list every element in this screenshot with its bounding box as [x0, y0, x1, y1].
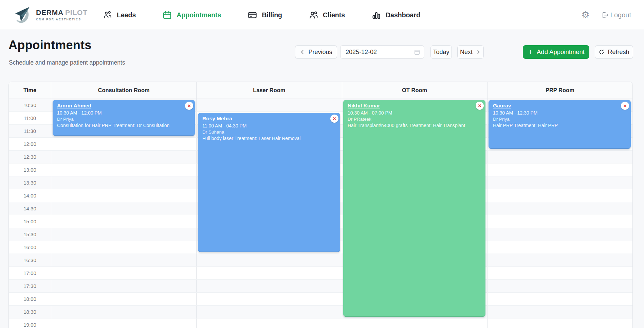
time-slot-cell[interactable] — [487, 293, 632, 305]
date-input[interactable] — [340, 45, 424, 59]
time-slot-cell[interactable] — [487, 189, 632, 202]
appointment-treatment: Full body laser Treatment: Laser Hair Re… — [202, 136, 336, 141]
nav-item-appointments[interactable]: Appointments — [162, 10, 221, 20]
time-label: 15:00 — [9, 215, 51, 228]
appointment-treatment: Consultation for Hair PRP Treatment: Dr … — [57, 123, 191, 128]
time-slot-cell[interactable] — [487, 151, 632, 163]
users-icon — [309, 10, 318, 20]
time-slot-cell[interactable] — [487, 318, 632, 328]
appointment-time-range: 10:30 AM - 12:00 PM — [57, 110, 191, 116]
appointment-card[interactable]: Gaurav10:30 AM - 12:30 PMDr PriyaHair PR… — [489, 100, 631, 149]
refresh-button[interactable]: Refresh — [595, 45, 633, 59]
time-slot-cell[interactable] — [51, 293, 197, 305]
time-slot-cell[interactable] — [51, 267, 197, 279]
time-slot-cell[interactable] — [197, 99, 342, 111]
nav-item-label: Leads — [117, 11, 136, 19]
time-row: 19:00 — [9, 318, 632, 328]
time-slot-cell[interactable] — [487, 267, 632, 279]
bar-chart-icon — [371, 10, 381, 20]
time-slot-cell[interactable] — [51, 215, 197, 228]
appointment-time-range: 11:00 AM - 04:30 PM — [202, 123, 336, 128]
nav-item-clients[interactable]: Clients — [309, 10, 345, 20]
time-label: 15:30 — [9, 228, 51, 241]
appointment-time-range: 10:30 AM - 12:30 PM — [493, 110, 627, 116]
time-slot-cell[interactable] — [51, 318, 197, 328]
previous-label: Previous — [308, 49, 332, 56]
today-button[interactable]: Today — [430, 45, 452, 59]
time-label: 16:00 — [9, 241, 51, 254]
time-label: 17:00 — [9, 267, 51, 279]
appointment-treatment: Hair PRP Treatment: Hair PRP — [493, 123, 627, 128]
time-slot-cell[interactable] — [51, 280, 197, 292]
time-slot-cell[interactable] — [51, 138, 197, 150]
appointment-doctor: Dr Suhana — [202, 130, 336, 135]
nav-item-leads[interactable]: Leads — [103, 10, 136, 20]
time-label: 10:30 — [9, 99, 51, 111]
time-slot-cell[interactable] — [51, 176, 197, 189]
gear-icon[interactable]: ⚙ — [582, 11, 590, 20]
time-slot-cell[interactable] — [197, 254, 342, 266]
time-slot-cell[interactable] — [51, 202, 197, 215]
time-slot-cell[interactable] — [487, 215, 632, 228]
room-column-header: PRP Room — [487, 82, 632, 99]
time-label: 14:00 — [9, 189, 51, 202]
time-row: 17:00 — [9, 267, 632, 280]
time-label: 13:30 — [9, 176, 51, 189]
refresh-label: Refresh — [608, 49, 629, 56]
time-slot-cell[interactable] — [487, 202, 632, 215]
calendar-header-row: Time Consultation Room Laser Room OT Roo… — [9, 82, 632, 99]
logout-icon — [601, 11, 609, 19]
appointment-card[interactable]: Amrin Ahmed10:30 AM - 12:00 PMDr PriyaCo… — [53, 100, 195, 136]
time-label: 13:00 — [9, 163, 51, 176]
nav-item-dashboard[interactable]: Dashboard — [371, 10, 420, 20]
close-x-icon — [332, 116, 337, 121]
today-label: Today — [433, 49, 449, 56]
time-slot-cell[interactable] — [197, 267, 342, 279]
next-day-button[interactable]: Next — [457, 45, 484, 59]
time-label: 18:00 — [9, 293, 51, 305]
chevron-right-icon — [476, 49, 481, 55]
time-slot-cell[interactable] — [51, 254, 197, 266]
time-slot-cell[interactable] — [51, 228, 197, 241]
time-label: 18:30 — [9, 306, 51, 318]
appointment-doctor: Dr Priya — [57, 117, 191, 122]
previous-day-button[interactable]: Previous — [295, 45, 337, 59]
time-slot-cell[interactable] — [51, 163, 197, 176]
nav-item-label: Billing — [262, 11, 282, 19]
time-row: 17:30 — [9, 280, 632, 293]
appointment-close-button[interactable] — [476, 102, 484, 110]
logout-button[interactable]: Logout — [601, 11, 631, 19]
time-column-header: Time — [9, 82, 51, 99]
appointment-close-button[interactable] — [185, 102, 193, 110]
add-appointment-label: Add Appointment — [537, 48, 585, 56]
time-slot-cell[interactable] — [197, 306, 342, 318]
add-appointment-button[interactable]: Add Appointment — [523, 45, 589, 59]
time-slot-cell[interactable] — [342, 318, 487, 328]
time-slot-cell[interactable] — [487, 254, 632, 266]
time-slot-cell[interactable] — [487, 306, 632, 318]
time-slot-cell[interactable] — [487, 280, 632, 292]
time-slot-cell[interactable] — [197, 280, 342, 292]
time-slot-cell[interactable] — [487, 241, 632, 254]
top-nav: DERMAPILOT CRM FOR AESTHETICS Leads Appo… — [0, 0, 644, 30]
time-slot-cell[interactable] — [51, 189, 197, 202]
paper-plane-logo-icon — [13, 5, 32, 24]
time-row: 18:30 — [9, 306, 632, 318]
time-slot-cell[interactable] — [197, 293, 342, 305]
appointment-card[interactable]: Rosy Mehra11:00 AM - 04:30 PMDr SuhanaFu… — [198, 113, 340, 252]
appointment-doctor: Dr Priya — [493, 117, 627, 122]
time-slot-cell[interactable] — [51, 151, 197, 163]
time-slot-cell[interactable] — [51, 241, 197, 254]
appointment-card[interactable]: Nikhil Kumar10:30 AM - 07:00 PMDr PRatee… — [343, 100, 485, 317]
time-slot-cell[interactable] — [51, 306, 197, 318]
nav-item-billing[interactable]: Billing — [247, 10, 282, 20]
time-label: 12:00 — [9, 138, 51, 150]
close-x-icon — [187, 103, 191, 108]
time-slot-cell[interactable] — [487, 228, 632, 241]
appointment-time-range: 10:30 AM - 07:00 PM — [348, 110, 481, 116]
appointment-close-button[interactable] — [330, 115, 338, 123]
time-slot-cell[interactable] — [487, 176, 632, 189]
appointment-close-button[interactable] — [621, 102, 629, 110]
time-slot-cell[interactable] — [487, 163, 632, 176]
time-slot-cell[interactable] — [197, 318, 342, 328]
